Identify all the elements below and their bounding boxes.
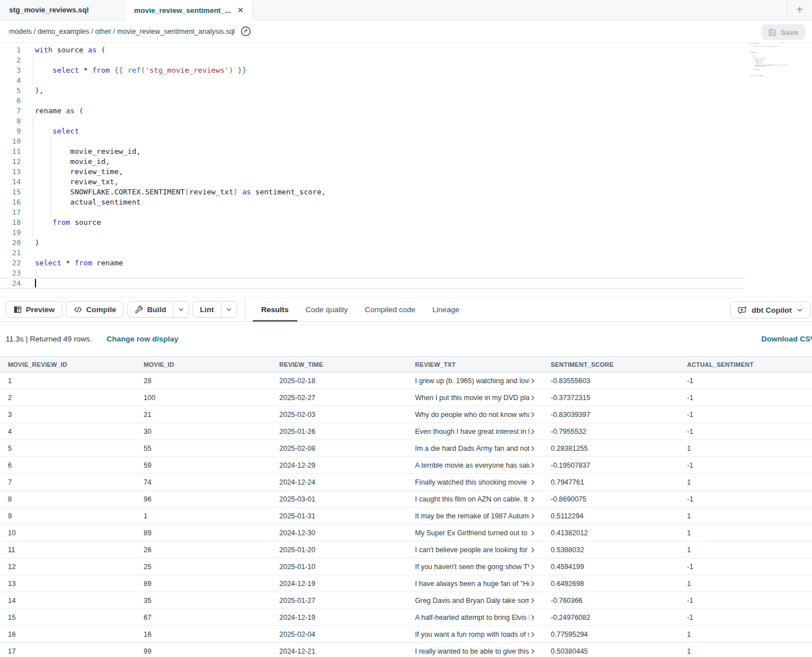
code-line[interactable]: 13 review_time, [0, 167, 812, 177]
code-line[interactable]: 7rename as ( [0, 106, 812, 116]
code-text: select [21, 126, 79, 136]
line-number: 20 [0, 238, 21, 248]
code-line[interactable]: 22select * from rename [0, 258, 812, 268]
compile-button[interactable]: Compile [66, 301, 124, 318]
cell-review_txt: Finally watched this shocking movie la… [407, 478, 543, 486]
cell-actual_sentiment: 1 [679, 580, 812, 588]
expand-cell-chevron-icon[interactable] [529, 648, 536, 655]
code-line[interactable]: 20) [0, 238, 812, 248]
build-label: Build [147, 305, 166, 314]
code-line[interactable]: 11 movie_review_id, [0, 147, 812, 157]
close-icon[interactable]: ✕ [237, 6, 244, 15]
code-line[interactable]: 14 review_txt, [0, 177, 812, 187]
build-button[interactable]: Build [128, 301, 173, 317]
tab-compiled-code[interactable]: Compiled code [356, 297, 424, 322]
expand-cell-chevron-icon[interactable] [529, 530, 536, 536]
copilot-circle-icon[interactable] [240, 26, 251, 37]
code-line[interactable]: 9 select [0, 126, 812, 136]
cell-sentiment_score: 0.6492698 [543, 580, 679, 588]
file-tab-stg-movie-reviews[interactable]: stg_movie_reviews.sql [0, 0, 125, 20]
code-line[interactable]: 15 SNOWFLAKE.CORTEX.SENTIMENT(review_txt… [0, 187, 812, 197]
code-line[interactable]: 16 actual_sentiment [0, 197, 812, 207]
code-line[interactable]: 6 [0, 96, 812, 106]
code-text: review_txt, [21, 177, 119, 187]
code-text [21, 248, 35, 258]
code-line[interactable]: 19 [0, 228, 812, 238]
cell-sentiment_score: -0.24976082 [543, 614, 679, 622]
minimap[interactable]: with source as ( select * from {{ ref('s… [748, 43, 787, 82]
expand-cell-chevron-icon[interactable] [529, 597, 536, 604]
save-button[interactable]: Save [761, 24, 805, 40]
expand-cell-chevron-icon[interactable] [529, 428, 536, 435]
cell-sentiment_score: 0.50380445 [543, 647, 679, 655]
code-line[interactable]: 10 [0, 136, 812, 147]
table-row: 3212025-02-03Why do people who do not kn… [0, 406, 812, 423]
code-line[interactable]: 18 from source [0, 217, 812, 228]
cell-movie_id: 89 [136, 580, 271, 588]
lint-dropdown-button[interactable] [221, 301, 237, 317]
cell-sentiment_score: -0.760366 [543, 597, 679, 605]
expand-cell-chevron-icon[interactable] [529, 394, 536, 401]
cell-sentiment_score: 0.4594199 [543, 563, 679, 571]
line-number: 22 [0, 258, 21, 268]
code-line[interactable]: select * from {{ ref('stg_movie_reviews'… [748, 46, 787, 47]
table-row: 16162025-02-04If you want a fun romp wit… [0, 626, 812, 643]
expand-cell-chevron-icon[interactable] [529, 479, 536, 486]
code-line[interactable]: 12 movie_id, [0, 157, 812, 167]
expand-cell-chevron-icon[interactable] [529, 631, 536, 638]
review-text: A terrible movie as everyone has said. … [415, 461, 529, 469]
expand-cell-chevron-icon[interactable] [529, 411, 536, 418]
lint-split-button: Lint [193, 301, 237, 318]
code-line[interactable]: 5), [0, 86, 812, 96]
save-label: Save [780, 28, 798, 37]
expand-cell-chevron-icon[interactable] [529, 462, 536, 469]
cell-review_txt: If you want a fun romp with loads of s… [407, 631, 543, 638]
expand-cell-chevron-icon[interactable] [529, 547, 536, 553]
cell-actual_sentiment: 1 [679, 445, 812, 452]
tab-lineage[interactable]: Lineage [424, 297, 468, 322]
expand-cell-chevron-icon[interactable] [529, 580, 536, 587]
tab-code-quality[interactable]: Code quality [297, 297, 356, 322]
line-number: 13 [0, 167, 21, 177]
cell-review_txt: A half-hearted attempt to bring Elvis P… [407, 614, 543, 622]
line-number: 19 [0, 228, 21, 238]
build-dropdown-button[interactable] [173, 301, 189, 317]
tab-label: Code quality [306, 305, 348, 314]
breadcrumb-bar: models / demo_examples / other / movie_r… [0, 20, 812, 43]
build-split-button: Build [127, 301, 189, 318]
code-line[interactable]: 8 [0, 116, 812, 126]
cell-actual_sentiment: -1 [679, 394, 812, 402]
expand-cell-chevron-icon[interactable] [529, 378, 536, 384]
code-line[interactable]: 21 [0, 248, 812, 258]
new-tab-button[interactable]: + [787, 0, 812, 20]
expand-cell-chevron-icon[interactable] [529, 513, 536, 520]
expand-cell-chevron-icon[interactable] [529, 445, 536, 452]
preview-button[interactable]: Preview [6, 301, 63, 318]
expand-cell-chevron-icon[interactable] [529, 496, 536, 503]
lint-button[interactable]: Lint [193, 301, 221, 317]
compile-label: Compile [86, 305, 116, 314]
code-line[interactable]: 2 [0, 55, 812, 65]
table-row: 5552025-02-08Im a die hard Dads Army fan… [0, 440, 812, 457]
code-editor[interactable]: 1with source as (23 select * from {{ ref… [0, 43, 812, 297]
code-line[interactable] [748, 78, 787, 79]
line-number: 14 [0, 177, 21, 187]
tab-results[interactable]: Results [253, 297, 297, 322]
expand-cell-chevron-icon[interactable] [529, 563, 536, 570]
file-tab-movie-review-sentiment[interactable]: movie_review_sentiment_... ✕ [125, 0, 253, 20]
code-line[interactable]: 4 [0, 76, 812, 86]
change-row-display-link[interactable]: Change row display [106, 335, 179, 343]
column-header-review_txt: REVIEW_TXT [407, 361, 543, 368]
review-text: I can't believe people are looking for a… [415, 546, 529, 554]
line-number: 17 [0, 207, 21, 217]
save-icon [768, 28, 777, 37]
cell-review_txt: A terrible movie as everyone has said. … [407, 461, 543, 469]
download-csv-link[interactable]: Download CSV [761, 335, 812, 343]
cell-sentiment_score: -0.19507837 [543, 461, 679, 469]
dbt-copilot-button[interactable]: dbt Copilot [730, 301, 811, 318]
code-line[interactable]: 17 [0, 207, 812, 217]
code-line[interactable]: 3 select * from {{ ref('stg_movie_review… [0, 65, 812, 76]
code-line[interactable]: 23 [0, 268, 812, 278]
expand-cell-chevron-icon[interactable] [529, 614, 536, 621]
code-line[interactable]: 1with source as ( [0, 45, 812, 55]
